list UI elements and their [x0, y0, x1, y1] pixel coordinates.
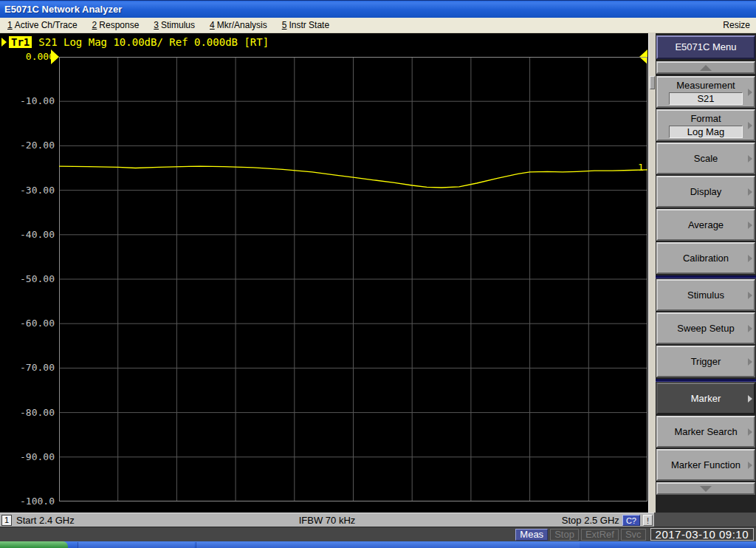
- menu-accel: 3: [154, 20, 159, 30]
- stop-frequency-readout: Stop 2.5 GHz: [562, 515, 619, 526]
- plot-svg: [59, 57, 647, 501]
- softkey-label: Display: [658, 186, 754, 198]
- softkey-calibration[interactable]: Calibration: [656, 242, 755, 274]
- softkey-scale[interactable]: Scale: [656, 143, 755, 174]
- os-taskbar: [0, 541, 756, 548]
- chevron-right-icon: [748, 462, 752, 469]
- instrument-status-bar: Meas Stop ExtRef Svc 2017-03-10 09:10: [0, 527, 756, 541]
- softkey-label: Marker Search: [658, 426, 754, 438]
- annunciator-svc: Svc: [621, 529, 646, 541]
- channel-bar-filler: [654, 513, 756, 527]
- channel-status-bar: IFBW 70 kHz 1 Start 2.4 GHz Stop 2.5 GHz…: [0, 513, 654, 527]
- softkey-group-separator: [656, 275, 756, 278]
- chevron-right-icon: [748, 222, 752, 229]
- ifbw-readout: IFBW 70 kHz: [0, 515, 654, 526]
- taskbar-button[interactable]: [78, 542, 194, 548]
- datetime-readout: 2017-03-10 09:10: [650, 528, 754, 541]
- y-tick-label: -30.00: [0, 184, 55, 197]
- y-tick-label: -20.00: [0, 139, 55, 152]
- menu-active-ch-trace[interactable]: 1Active Ch/Trace: [0, 20, 85, 30]
- softkey-marker[interactable]: Marker: [656, 383, 755, 414]
- window-title-bar: E5071C Network Analyzer: [0, 0, 756, 18]
- y-axis-labels: 0.000 -10.00 -20.00 -30.00 -40.00 -50.00…: [0, 50, 55, 508]
- menu-instr-state[interactable]: 5Instr State: [275, 20, 337, 30]
- active-trace-arrow-icon: [1, 38, 7, 47]
- warning-badge: !: [643, 515, 653, 526]
- softkey-average[interactable]: Average: [656, 209, 755, 241]
- triangle-down-icon: [700, 486, 712, 492]
- menu-accel: 4: [210, 20, 215, 30]
- softkey-value: Log Mag: [669, 126, 743, 138]
- softkey-scroll-up-button[interactable]: [656, 61, 755, 74]
- start-button[interactable]: [0, 541, 68, 548]
- menu-bar: 1Active Ch/Trace 2Response 3Stimulus 4Mk…: [0, 18, 756, 33]
- softkey-format[interactable]: Format Log Mag: [656, 109, 755, 141]
- softkey-sweep-setup[interactable]: Sweep Setup: [656, 312, 755, 344]
- annunciator-extref: ExtRef: [581, 529, 619, 541]
- scrollbar-thumb[interactable]: [650, 76, 655, 89]
- instrument-screen: Tr1 S21 Log Mag 10.00dB/ Ref 0.000dB [RT…: [0, 33, 756, 513]
- softkey-stimulus[interactable]: Stimulus: [656, 279, 755, 311]
- chevron-right-icon: [748, 428, 752, 436]
- reference-level-marker-left-icon: [51, 49, 59, 64]
- menu-label: Response: [99, 20, 139, 30]
- y-tick-label: -50.00: [0, 273, 55, 286]
- softkey-label: Sweep Setup: [658, 323, 754, 335]
- taskbar-button[interactable]: [196, 542, 580, 548]
- softkey-label: Trigger: [658, 356, 754, 368]
- menu-resize[interactable]: Resize: [723, 20, 756, 30]
- softkey-value: S21: [669, 92, 743, 105]
- trace-header: Tr1 S21 Log Mag 10.00dB/ Ref 0.000dB [RT…: [1, 35, 269, 49]
- trace-label-chip[interactable]: Tr1: [9, 36, 32, 48]
- softkey-label: Marker Function: [658, 459, 754, 471]
- trace-end-number: 1: [638, 162, 644, 173]
- softkey-label: Scale: [658, 153, 754, 165]
- softkey-label: Calibration: [658, 253, 754, 264]
- menu-accel: 1: [7, 20, 13, 30]
- chevron-right-icon: [748, 325, 752, 332]
- softkey-display[interactable]: Display: [656, 176, 755, 208]
- softkey-menu-title: E5071C Menu: [656, 35, 755, 59]
- menu-label: Mkr/Analysis: [217, 20, 267, 30]
- chevron-right-icon: [748, 155, 752, 162]
- chevron-right-icon: [748, 292, 752, 299]
- softkey-scrollbar[interactable]: [648, 33, 656, 513]
- softkey-label: Stimulus: [658, 290, 754, 301]
- y-tick-label: -60.00: [0, 317, 55, 330]
- y-tick-label: 0.000: [0, 50, 55, 64]
- annunciator-meas: Meas: [515, 529, 548, 541]
- chevron-right-icon: [748, 188, 752, 196]
- softkey-trigger[interactable]: Trigger: [656, 346, 755, 377]
- softkey-marker-function[interactable]: Marker Function: [656, 449, 755, 481]
- menu-label: Instr State: [289, 20, 329, 30]
- y-tick-label: -10.00: [0, 95, 55, 108]
- softkey-measurement[interactable]: Measurement S21: [656, 76, 755, 108]
- softkey-label: Average: [658, 219, 754, 231]
- chevron-right-icon: [748, 89, 752, 96]
- menu-label: Stimulus: [161, 20, 195, 30]
- menu-accel: 2: [92, 20, 97, 30]
- window-title: E5071C Network Analyzer: [4, 4, 122, 15]
- menu-stimulus[interactable]: 3Stimulus: [146, 20, 202, 30]
- annunciator-stop: Stop: [550, 529, 579, 541]
- menu-response[interactable]: 2Response: [85, 20, 147, 30]
- menu-mkr-analysis[interactable]: 4Mkr/Analysis: [202, 20, 275, 30]
- chevron-right-icon: [748, 358, 752, 366]
- correction-status-badge: C?: [622, 515, 640, 526]
- softkey-group-separator: [656, 379, 756, 382]
- chevron-right-icon: [748, 395, 752, 403]
- menu-label: Active Ch/Trace: [15, 20, 78, 30]
- y-tick-label: -70.00: [0, 361, 55, 374]
- trace-settings-text: S21 Log Mag 10.00dB/ Ref 0.000dB [RT]: [38, 36, 269, 48]
- softkey-menu: E5071C Menu Measurement S21 Format Log M…: [656, 33, 756, 513]
- y-tick-label: -100.0: [0, 495, 55, 508]
- softkey-marker-search[interactable]: Marker Search: [656, 416, 755, 448]
- y-tick-label: -90.00: [0, 451, 55, 464]
- y-tick-label: -40.00: [0, 228, 55, 242]
- softkey-scroll-down-button[interactable]: [656, 482, 755, 495]
- softkey-label: Measurement: [658, 80, 754, 92]
- softkey-label: Marker: [658, 393, 754, 405]
- y-tick-label: -80.00: [0, 406, 55, 419]
- softkey-label: Format: [658, 113, 754, 125]
- triangle-up-icon: [700, 65, 712, 71]
